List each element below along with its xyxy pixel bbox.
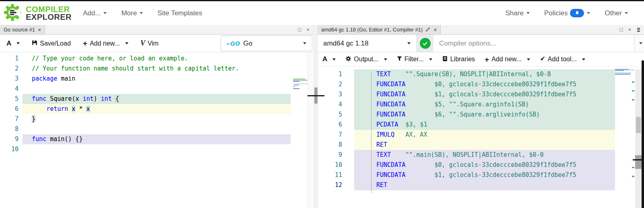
close-icon[interactable]: × — [628, 27, 631, 32]
code-line-10[interactable]: 10 — [0, 144, 314, 154]
line-number: 10 — [318, 160, 342, 170]
bell-icon — [575, 9, 580, 17]
overview-ruler-mark — [632, 167, 634, 168]
filter-button[interactable]: Filter... — [397, 56, 432, 63]
asm-output-editor[interactable]: 1TEXT "".Square(SB), NOSPLIT|ABIInternal… — [318, 67, 644, 190]
main-navbar: COMPILER EXPLORER Add... More Site Templ… — [0, 1, 644, 25]
menu-site-templates[interactable]: Site Templates — [157, 9, 202, 17]
close-icon[interactable]: × — [306, 27, 310, 32]
chevron-down-icon — [303, 42, 306, 44]
close-icon[interactable]: × — [38, 27, 41, 33]
chevron-down-icon — [587, 12, 590, 14]
gear-logo-icon — [3, 3, 22, 23]
screen-edge-strip — [642, 60, 644, 208]
maximize-icon[interactable]: □ — [298, 27, 301, 32]
save-load-label: Save/Load — [40, 40, 71, 47]
source-toolbar: A Save/Load + Add new... V Vim GO Go — [0, 35, 314, 52]
output-button[interactable]: Output... — [345, 56, 387, 63]
code-line-4[interactable]: 4FUNCDATA $5, "".Square.arginfo1(SB) — [318, 100, 644, 110]
overview-ruler-mark — [632, 176, 634, 177]
vim-label: Vim — [148, 40, 159, 47]
chevron-down-icon — [140, 12, 143, 14]
chevron-down-icon — [125, 42, 128, 44]
code-line-2[interactable]: 2FUNCDATA $0, gclocals·33cdecccebe80329f… — [318, 79, 644, 89]
font-size-label: A — [6, 40, 11, 48]
minimap-line — [293, 88, 299, 89]
save-load-button[interactable]: Save/Load — [32, 40, 71, 47]
source-minimap[interactable] — [293, 79, 308, 89]
code-line-10[interactable]: 10FUNCDATA $0, gclocals·33cdecccebe80329… — [318, 160, 644, 170]
asm-scrollbar-thumb[interactable] — [636, 117, 641, 133]
code-line-5[interactable]: 5FUNCDATA $6, "".Square.argliveinfo(SB) — [318, 110, 644, 120]
tab-go-source[interactable]: Go source #1 × — [0, 25, 45, 34]
code-line-8[interactable]: 8 — [0, 124, 314, 134]
code-line-4[interactable]: 4 — [0, 84, 314, 94]
menu-more-label: More — [121, 9, 137, 17]
drag-grip-icon — [637, 28, 640, 32]
pencil-icon[interactable] — [425, 27, 431, 33]
line-number: 5 — [0, 94, 19, 104]
code-line-1[interactable]: 1TEXT "".Square(SB), NOSPLIT|ABIInternal… — [318, 69, 644, 79]
code-line-11[interactable]: 11FUNCDATA $1, gclocals·33cdecccebe80329… — [318, 170, 644, 180]
code-line-8[interactable]: 8RET — [318, 140, 644, 150]
compiler-select-value: amd64 gc 1.18 — [323, 40, 368, 48]
menu-share[interactable]: Share — [506, 9, 530, 17]
line-number: 2 — [318, 79, 342, 89]
code-line-3[interactable]: 3FUNCDATA $1, gclocals·33cdecccebe80329f… — [318, 89, 644, 100]
compiler-explorer-logo[interactable]: COMPILER EXPLORER — [3, 3, 72, 23]
tab-compiler-output-label: amd64 gc 1.18 (Go, Editor #1, Compiler #… — [321, 27, 423, 33]
vim-toggle-button[interactable]: V Vim — [140, 39, 159, 48]
asm-scrollbar[interactable] — [635, 69, 642, 208]
plus-icon: + — [83, 40, 87, 47]
code-line-7[interactable]: 7IMULQ AX, AX — [318, 130, 644, 140]
edge-drag-handle[interactable] — [635, 155, 642, 169]
options-dropdown-button[interactable] — [634, 35, 644, 52]
code-line-1[interactable]: 1// Type your code here, or load an exam… — [0, 54, 314, 64]
source-editor[interactable]: 1// Type your code here, or load an exam… — [0, 52, 314, 154]
chevron-down-icon — [625, 12, 628, 14]
source-scrollbar[interactable] — [307, 52, 313, 208]
code-line-9[interactable]: 9TEXT "".main(SB), NOSPLIT|ABIInternal, … — [318, 150, 644, 160]
font-size-button[interactable]: A — [6, 40, 20, 48]
menu-policies[interactable]: Policies — [544, 9, 590, 17]
add-new-button[interactable]: + Add new... — [485, 56, 530, 63]
add-tool-button[interactable]: Add tool... — [540, 56, 585, 63]
language-select[interactable]: GO Go — [221, 35, 312, 51]
compiler-select[interactable]: amd64 gc 1.18 — [318, 35, 417, 52]
code-line-7[interactable]: 7} — [0, 114, 314, 124]
notification-badge[interactable] — [570, 9, 584, 17]
font-size-button[interactable]: A — [322, 55, 336, 63]
font-size-label: A — [322, 55, 327, 63]
compiler-options-input[interactable] — [433, 35, 634, 52]
tab-compiler-output[interactable]: amd64 gc 1.18 (Go, Editor #1, Compiler #… — [318, 25, 441, 34]
code-line-9[interactable]: 9func main() {} — [0, 134, 314, 144]
code-line-6[interactable]: 6PCDATA $3, $1 — [318, 120, 644, 130]
line-number: 11 — [318, 170, 342, 180]
code-line-6[interactable]: 6 return x * x — [0, 104, 314, 114]
indent-guide — [371, 72, 372, 193]
funnel-icon — [397, 56, 402, 63]
close-icon[interactable]: × — [433, 27, 437, 33]
success-check-icon — [420, 38, 431, 49]
menu-add[interactable]: Add... — [83, 9, 107, 17]
menu-other[interactable]: Other — [605, 9, 628, 17]
line-number: 10 — [0, 144, 19, 154]
compiler-picker-row: amd64 gc 1.18 — [318, 35, 644, 52]
code-line-3[interactable]: 3package main — [0, 74, 314, 84]
line-number: 4 — [0, 84, 19, 94]
code-line-5[interactable]: 5func Square(x int) int { — [0, 94, 314, 104]
menu-add-label: Add... — [83, 9, 101, 17]
pane-splitter[interactable] — [314, 25, 318, 208]
overview-ruler-mark — [632, 99, 634, 100]
code-line-12[interactable]: 12RET — [318, 180, 644, 190]
code-line-2[interactable]: 2// Your function name should start with… — [0, 64, 314, 74]
menu-more[interactable]: More — [121, 9, 143, 17]
minimap-line — [615, 70, 634, 71]
add-new-button[interactable]: + Add new... — [83, 40, 128, 47]
asm-minimap[interactable] — [615, 69, 634, 75]
plus-icon: + — [485, 56, 489, 63]
maximize-icon[interactable]: □ — [620, 27, 623, 32]
compile-status-cell — [417, 35, 433, 52]
libraries-button[interactable]: Libraries — [442, 56, 475, 63]
chevron-down-icon — [639, 42, 642, 44]
